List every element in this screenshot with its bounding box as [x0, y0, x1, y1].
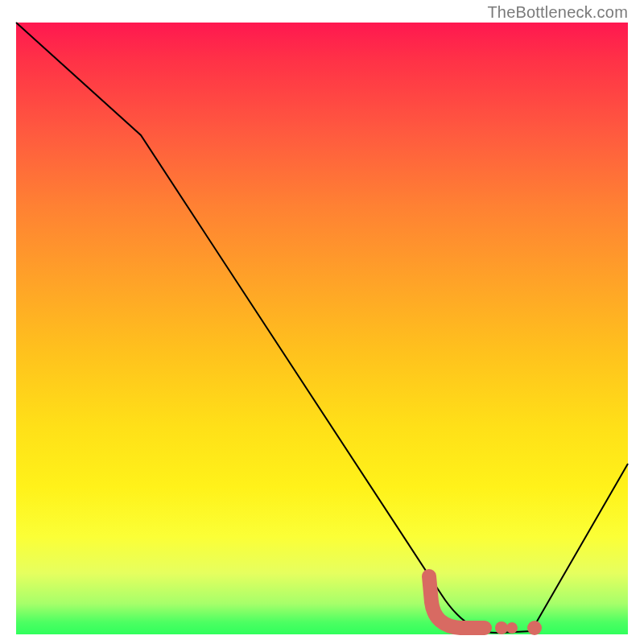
watermark-text: TheBottleneck.com: [487, 3, 628, 22]
chart-svg: [16, 23, 628, 634]
optimal-region-stroke: [429, 576, 485, 628]
optimal-region-dot: [506, 622, 518, 634]
optimal-region-dot: [527, 621, 542, 635]
optimal-region-dot: [495, 621, 508, 634]
bottleneck-curve: [16, 23, 628, 633]
